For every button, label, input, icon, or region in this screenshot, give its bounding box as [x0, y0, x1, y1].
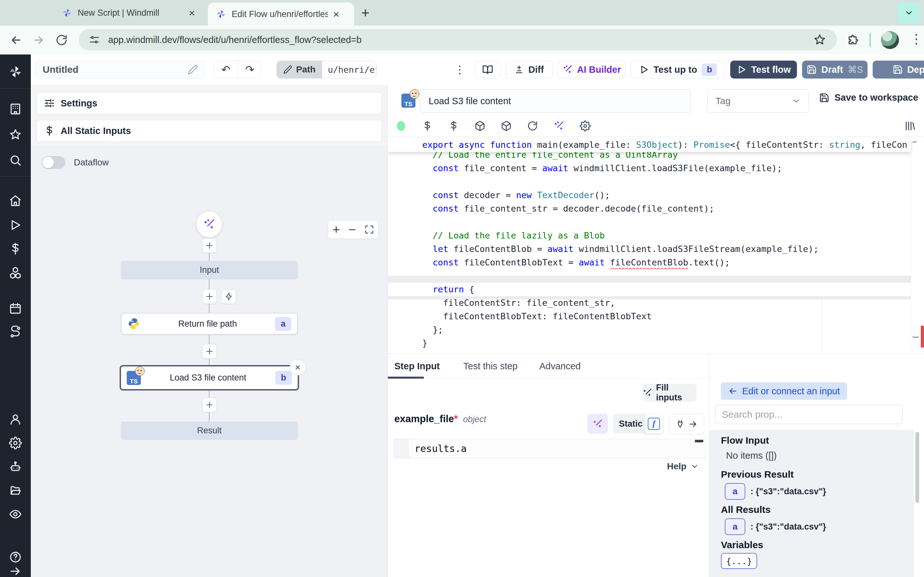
ai-builder-button[interactable]: AI Builder: [557, 61, 626, 79]
variables-icon[interactable]: [414, 121, 441, 131]
user-icon[interactable]: [9, 413, 22, 426]
previous-result-row[interactable]: a : {"s3":"data.csv"}: [725, 483, 826, 500]
save-icon: [893, 64, 903, 75]
step-name-input[interactable]: Load S3 file content: [420, 89, 691, 113]
tab-close-icon[interactable]: ×: [189, 7, 195, 18]
connect-input-button[interactable]: [669, 414, 704, 434]
bookmark-star-icon[interactable]: [813, 33, 826, 46]
result-node[interactable]: Result: [121, 422, 298, 440]
flow-graph-canvas[interactable]: Dataflow + − Input: [31, 147, 387, 577]
diff-button[interactable]: Diff: [506, 61, 552, 79]
code-editor[interactable]: // Load the entire file_content as a Uin…: [388, 138, 924, 353]
draft-button[interactable]: Draft ⌘S: [802, 61, 867, 79]
browser-menu-icon[interactable]: ⋮: [910, 31, 923, 46]
browser-tab-edit-flow[interactable]: Edit Flow u/henri/effortless_fl ×: [208, 3, 354, 26]
variables-row[interactable]: {...}: [721, 553, 757, 569]
settings-gear-icon[interactable]: [9, 437, 22, 450]
arg-value-editor[interactable]: results.a: [394, 439, 706, 458]
reload-button[interactable]: [55, 33, 69, 47]
edit-or-connect-button[interactable]: Edit or connect an input: [721, 382, 847, 400]
more-menu-icon[interactable]: ⋮: [455, 61, 465, 79]
save-to-workspace-button[interactable]: Save to workspace: [819, 92, 918, 103]
minimap[interactable]: on: [911, 138, 924, 353]
runs-icon[interactable]: [9, 219, 22, 231]
javascript-expr-toggle[interactable]: f: [645, 414, 663, 434]
package-icon[interactable]: [467, 121, 493, 131]
back-button[interactable]: [9, 33, 23, 47]
tag-select[interactable]: Tag: [708, 89, 809, 113]
add-step-button[interactable]: [202, 289, 217, 304]
all-static-inputs-row[interactable]: All Static Inputs: [37, 120, 382, 142]
profile-avatar[interactable]: [881, 31, 899, 49]
home-icon[interactable]: [9, 194, 22, 207]
reload-icon[interactable]: [519, 121, 546, 131]
dataflow-toggle[interactable]: [42, 156, 65, 169]
path-button[interactable]: Path u/henri/eff: [276, 61, 376, 79]
deploy-button[interactable]: Deploy: [873, 61, 924, 79]
resources-icon[interactable]: [9, 266, 22, 279]
help-icon[interactable]: [9, 551, 22, 564]
resources-dollar-icon[interactable]: [441, 121, 467, 131]
undo-button[interactable]: ↶: [214, 61, 238, 78]
fill-inputs-button[interactable]: Fill inputs: [643, 384, 696, 402]
address-bar[interactable]: app.windmill.dev/flows/edit/u/henri/effo…: [79, 29, 837, 50]
favorites-star-icon[interactable]: [9, 128, 22, 141]
add-step-button[interactable]: [202, 344, 217, 359]
arg-value[interactable]: results.a: [409, 439, 705, 458]
tab-advanced[interactable]: Advanced: [540, 354, 581, 379]
tab-search-button[interactable]: [898, 2, 920, 24]
test-up-to-button[interactable]: Test up to b: [631, 61, 725, 79]
add-step-button[interactable]: [202, 398, 217, 412]
editor-settings-gear-icon[interactable]: [572, 121, 598, 131]
result-a-pill[interactable]: a: [725, 518, 745, 535]
help-dropdown[interactable]: Help: [667, 461, 699, 472]
tab-step-input[interactable]: Step Input: [394, 354, 440, 379]
package-icon[interactable]: [493, 121, 519, 131]
variables-pill[interactable]: {...}: [721, 553, 757, 569]
zoom-out-button[interactable]: −: [349, 222, 356, 237]
edit-pencil-icon[interactable]: [188, 64, 198, 75]
site-info-icon[interactable]: [89, 34, 100, 45]
search-icon[interactable]: [9, 154, 22, 167]
fullscreen-icon[interactable]: [365, 225, 374, 234]
variables-icon[interactable]: [9, 242, 22, 255]
search-prop-input[interactable]: Search prop...: [715, 405, 903, 424]
add-step-button[interactable]: [202, 238, 217, 253]
workers-robot-icon[interactable]: [9, 460, 22, 473]
remove-step-button[interactable]: ×: [290, 359, 306, 376]
add-trigger-button[interactable]: [221, 289, 236, 304]
windmill-logo[interactable]: [8, 65, 23, 79]
ai-wand-icon[interactable]: [546, 121, 572, 131]
docs-button[interactable]: [475, 61, 501, 79]
extensions-icon[interactable]: [846, 32, 861, 48]
flow-title-box[interactable]: Untitled: [35, 61, 205, 79]
folders-icon[interactable]: [9, 484, 22, 497]
test-flow-button[interactable]: Test flow: [730, 61, 797, 79]
new-tab-button[interactable]: +: [361, 7, 370, 19]
result-a-pill[interactable]: a: [725, 483, 745, 500]
triggers-icon[interactable]: [9, 326, 22, 338]
step-node-a[interactable]: Return file path a: [121, 313, 298, 335]
schedules-icon[interactable]: [9, 302, 22, 315]
flow-settings-row[interactable]: Settings: [37, 92, 382, 114]
browser-tab-new-script[interactable]: New Script | Windmill ×: [58, 0, 199, 26]
draft-shortcut: ⌘S: [848, 64, 863, 75]
all-results-row[interactable]: a : {"s3":"data.csv"}: [725, 518, 826, 535]
audit-eye-icon[interactable]: [9, 508, 22, 521]
step-node-b-selected[interactable]: TS Load S3 file content b: [120, 365, 299, 390]
input-node[interactable]: Input: [121, 261, 298, 279]
library-icon[interactable]: [904, 120, 915, 132]
workspace-icon[interactable]: [9, 103, 22, 115]
zoom-in-button[interactable]: +: [333, 222, 340, 237]
ai-flow-wand-button[interactable]: [196, 211, 222, 237]
collapse-arrow-icon[interactable]: [9, 565, 22, 577]
tab-test-this-step[interactable]: Test this step: [463, 354, 517, 379]
scrollbar[interactable]: [915, 432, 919, 503]
mini-scrollbar[interactable]: [695, 440, 703, 442]
redo-button[interactable]: ↷: [238, 61, 262, 78]
forward-button[interactable]: [31, 33, 45, 47]
tab-close-icon[interactable]: ×: [333, 9, 339, 19]
arg-ai-wand-button[interactable]: [588, 414, 608, 434]
static-toggle-group[interactable]: Static f: [613, 414, 663, 434]
flow-left-panel: Settings All Static Inputs Dataflow + −: [31, 85, 388, 577]
